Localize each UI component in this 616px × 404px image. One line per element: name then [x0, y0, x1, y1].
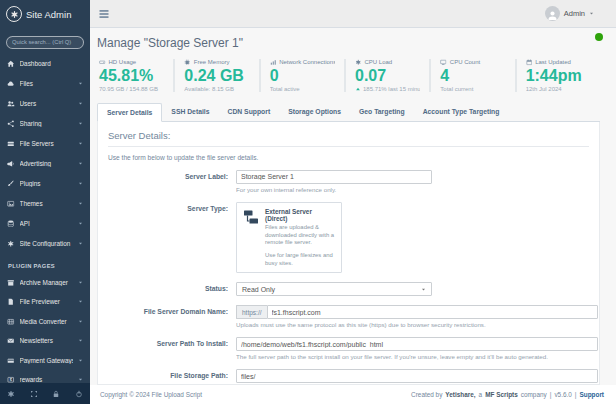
- stat-label: Network Connections: [279, 59, 335, 65]
- hdd-icon: [99, 59, 106, 66]
- server-type-card[interactable]: External Server (Direct) Files are uploa…: [236, 202, 342, 273]
- stat-value: 0.07: [355, 67, 420, 85]
- sidebar-item-file-servers[interactable]: File Servers: [0, 134, 90, 154]
- tab-storage-options[interactable]: Storage Options: [279, 103, 350, 122]
- server-label-input[interactable]: [236, 170, 432, 184]
- stat-value: 1:44pm: [526, 67, 591, 85]
- tabs: Server Details SSH Details CDN Support S…: [97, 102, 600, 122]
- brand[interactable]: Site Admin: [0, 0, 90, 26]
- archive-manager-icon: [7, 279, 15, 287]
- users-icon: [7, 100, 15, 108]
- support-link[interactable]: Support: [580, 391, 605, 398]
- settings-icon[interactable]: [7, 390, 15, 398]
- stat-last-updated: Last Updated 1:44pm 12th Jul 2024: [515, 59, 600, 92]
- themes-icon: [7, 200, 15, 208]
- avatar: [545, 6, 560, 21]
- lock-icon[interactable]: [52, 390, 60, 398]
- stat-free-memory: Free Memory 0.24 GB Available: 8.15 GB: [173, 59, 258, 92]
- sidebar-item-sharing[interactable]: Sharing: [0, 114, 90, 134]
- credits-suffix: company: [521, 391, 547, 398]
- sidebar-item-themes[interactable]: Themes: [0, 194, 90, 214]
- form-row-storage-path: File Storage Path: Which folder to store…: [108, 369, 589, 385]
- credits-company: MF Scripts: [485, 391, 518, 398]
- sidebar-section-plugin-pages: PLUGIN PAGES: [0, 254, 90, 273]
- server-type-title: External Server (Direct): [265, 208, 335, 222]
- sidebar-item-archive-manager[interactable]: Archive Manager: [0, 273, 90, 293]
- sidebar-item-media-converter[interactable]: Media Converter: [0, 312, 90, 332]
- sidebar-item-dashboard[interactable]: Dashboard: [0, 54, 90, 74]
- stat-sub: 12th Jul 2024: [526, 86, 591, 92]
- sidebar-item-label: Dashboard: [20, 60, 84, 67]
- form-row-status: Status: Read Only: [108, 282, 589, 296]
- server-type-note: Use for large filesizes and busy sites.: [265, 252, 335, 267]
- network-icon: [270, 59, 277, 66]
- sidebar: Site Admin Dashboard Files Users Sharing…: [0, 0, 90, 404]
- install-path-input[interactable]: [236, 337, 598, 351]
- sidebar-item-label: File Previewer: [20, 298, 74, 305]
- plugins-icon: [7, 180, 15, 188]
- external-server-icon: [243, 208, 260, 267]
- sidebar-item-plugins[interactable]: Plugins: [0, 174, 90, 194]
- media-converter-icon: [7, 318, 15, 326]
- chevron-down-icon: [78, 81, 83, 86]
- tab-account-type-targeting[interactable]: Account Type Targeting: [414, 103, 509, 122]
- chevron-down-icon: [78, 141, 83, 146]
- sidebar-footer: [0, 383, 90, 404]
- tab-geo-targeting[interactable]: Geo Targeting: [350, 103, 414, 122]
- fullscreen-icon[interactable]: [30, 390, 38, 398]
- file-previewer-icon: [7, 298, 15, 306]
- brand-cogs-icon: [6, 6, 22, 22]
- credits-mid: a: [479, 391, 483, 398]
- panel-intro: Use the form below to update the file se…: [108, 154, 589, 161]
- chevron-down-icon: [78, 358, 83, 363]
- sidebar-item-site-configuration[interactable]: Site Configuration: [0, 234, 90, 254]
- chevron-down-icon: [78, 181, 83, 186]
- chevron-down-icon: [589, 11, 594, 16]
- power-icon[interactable]: [75, 390, 83, 398]
- form-row-server-label: Server Label: For your own internal refe…: [108, 170, 589, 193]
- sidebar-item-label: Plugins: [20, 180, 74, 187]
- user-menu[interactable]: Admin: [545, 6, 594, 21]
- storage-path-input[interactable]: [236, 369, 598, 383]
- cpu-count-icon: [440, 59, 447, 66]
- stat-sub: Total current: [440, 86, 505, 92]
- brand-title: Site Admin: [26, 9, 71, 20]
- file-servers-icon: [7, 140, 15, 148]
- chevron-down-icon: [78, 161, 83, 166]
- sidebar-item-newsletters[interactable]: Newsletters: [0, 331, 90, 351]
- top-nav: Admin: [90, 0, 616, 28]
- stat-label: CPU Count: [450, 59, 480, 65]
- share-icon: [7, 120, 15, 128]
- chevron-down-icon: [78, 319, 83, 324]
- stat-sub: 185.71% last 15 minutes: [355, 86, 420, 92]
- stat-label: HD Usage: [109, 59, 137, 65]
- sidebar-item-file-previewer[interactable]: File Previewer: [0, 292, 90, 312]
- chevron-down-icon: [421, 287, 426, 292]
- stat-network-connections: Network Connections 0 Total active: [259, 59, 344, 92]
- status-select[interactable]: Read Only: [236, 282, 432, 296]
- sidebar-item-advertising[interactable]: Advertising: [0, 154, 90, 174]
- stat-sub: Total active: [270, 86, 335, 92]
- footer-credits: Created by Yetishare, a MF Scripts compa…: [411, 391, 604, 398]
- stats-row: HD Usage 45.81% 70.95 GB / 154.88 GB Fre…: [97, 59, 600, 92]
- chevron-down-icon: [78, 299, 83, 304]
- stat-cpu-load: CPU Load 0.07 185.71% last 15 minutes: [344, 59, 429, 92]
- sidebar-item-api[interactable]: API: [0, 214, 90, 234]
- sidebar-item-label: Payment Gateways: [20, 357, 74, 364]
- memory-icon: [184, 59, 191, 66]
- gear-icon: [7, 240, 15, 248]
- server-details-panel: Server Details: Use the form below to up…: [97, 122, 600, 385]
- tab-cdn-support[interactable]: CDN Support: [219, 103, 280, 122]
- sidebar-item-users[interactable]: Users: [0, 94, 90, 114]
- sidebar-item-payment-gateways[interactable]: Payment Gateways: [0, 351, 90, 371]
- menu-toggle-icon[interactable]: [98, 8, 110, 20]
- tab-ssh-details[interactable]: SSH Details: [162, 103, 218, 122]
- tab-server-details[interactable]: Server Details: [97, 103, 162, 122]
- sidebar-item-files[interactable]: Files: [0, 74, 90, 94]
- sidebar-item-label: Media Converter: [20, 318, 74, 325]
- domain-input[interactable]: [267, 305, 598, 319]
- chevron-down-icon: [78, 280, 83, 285]
- files-icon: [7, 80, 15, 88]
- search-input[interactable]: [6, 36, 84, 49]
- stat-value: 0: [270, 67, 335, 85]
